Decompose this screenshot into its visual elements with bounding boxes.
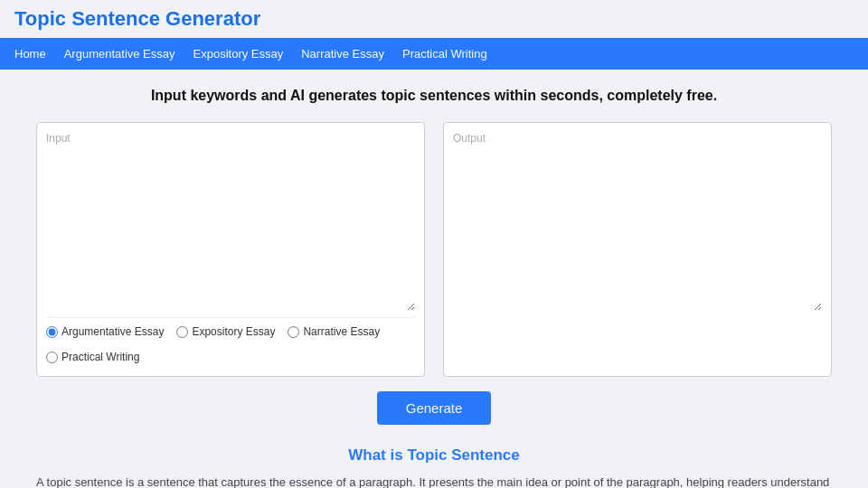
nav-bar: Home Argumentative Essay Expository Essa…	[0, 38, 868, 70]
nav-item-narrative[interactable]: Narrative Essay	[301, 47, 384, 61]
output-panel: Output	[443, 122, 832, 377]
generate-button[interactable]: Generate	[377, 391, 492, 425]
nav-item-practical[interactable]: Practical Writing	[402, 47, 487, 61]
nav-item-argumentative[interactable]: Argumentative Essay	[64, 47, 175, 61]
radio-narrative[interactable]: Narrative Essay	[288, 325, 380, 338]
what-is-section: What is Topic Sentence A topic sentence …	[36, 446, 832, 488]
output-label: Output	[453, 132, 822, 145]
what-is-title: What is Topic Sentence	[36, 446, 832, 465]
output-textarea[interactable]	[453, 148, 822, 311]
radio-expository[interactable]: Expository Essay	[176, 325, 275, 338]
tagline: Input keywords and AI generates topic se…	[36, 88, 832, 104]
input-label: Input	[46, 132, 415, 145]
nav-item-expository[interactable]: Expository Essay	[193, 47, 284, 61]
input-panel: Input Argumentative Essay Expository Ess…	[36, 122, 425, 377]
generate-row: Generate	[36, 391, 832, 425]
nav-item-home[interactable]: Home	[14, 47, 46, 61]
input-textarea[interactable]	[46, 148, 415, 311]
radio-practical[interactable]: Practical Writing	[46, 351, 139, 363]
essay-type-radio-group: Argumentative Essay Expository Essay Nar…	[46, 317, 415, 367]
what-is-body: A topic sentence is a sentence that capt…	[36, 474, 832, 488]
page-title: Topic Sentence Generator	[0, 0, 868, 38]
radio-argumentative[interactable]: Argumentative Essay	[46, 325, 164, 338]
